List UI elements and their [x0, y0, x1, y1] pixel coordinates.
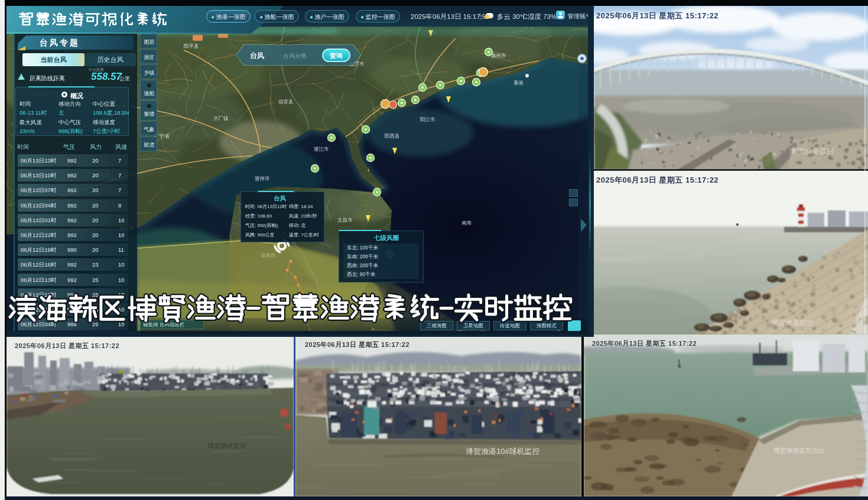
- svg-text:信宜县: 信宜县: [278, 99, 294, 105]
- svg-text:香港: 香港: [513, 80, 524, 86]
- svg-text:大厂镇: 大厂镇: [213, 115, 229, 121]
- svg-text:阳西县: 阳西县: [385, 133, 400, 139]
- svg-text:雷州市: 雷州市: [255, 176, 270, 181]
- svg-text:博贺渔港监控: 博贺渔港监控: [789, 147, 835, 155]
- svg-text:阳平县: 阳平县: [184, 43, 199, 49]
- svg-text:阳江市: 阳江市: [420, 116, 435, 122]
- svg-text:博贺渔港监控: 博贺渔港监控: [771, 319, 814, 327]
- svg-text:文昌市: 文昌市: [337, 217, 353, 223]
- svg-text:惠州市: 惠州市: [490, 53, 506, 59]
- svg-text:博贺渔港10#球机监控: 博贺渔港10#球机监控: [466, 447, 540, 456]
- svg-text:博贺渔港监控点位: 博贺渔港监控点位: [773, 447, 825, 454]
- svg-text:博贺渔港监控: 博贺渔港监控: [207, 442, 246, 449]
- svg-text:湛江市: 湛江市: [314, 146, 329, 152]
- svg-text:南海: 南海: [461, 220, 472, 226]
